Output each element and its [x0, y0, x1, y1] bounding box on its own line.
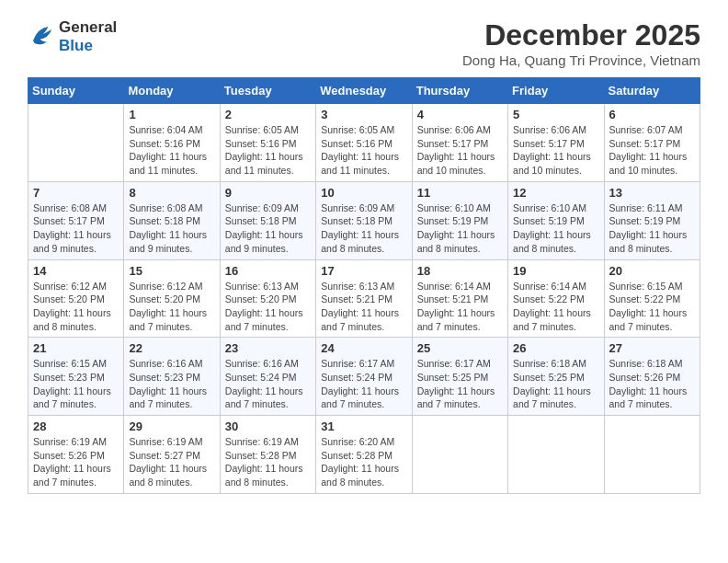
title-block: December 2025 Dong Ha, Quang Tri Provinc… [462, 18, 700, 68]
day-info: Sunrise: 6:17 AMSunset: 5:25 PMDaylight:… [417, 357, 503, 411]
calendar-title: December 2025 [462, 18, 700, 52]
week-row-4: 21Sunrise: 6:15 AMSunset: 5:23 PMDayligh… [28, 338, 700, 416]
day-info: Sunrise: 6:15 AMSunset: 5:22 PMDaylight:… [609, 280, 695, 334]
day-cell: 27Sunrise: 6:18 AMSunset: 5:26 PMDayligh… [604, 338, 700, 416]
day-number: 18 [417, 264, 503, 278]
day-info: Sunrise: 6:06 AMSunset: 5:17 PMDaylight:… [513, 123, 598, 178]
day-cell: 21Sunrise: 6:15 AMSunset: 5:23 PMDayligh… [28, 338, 124, 416]
day-number: 25 [417, 341, 503, 355]
day-number: 16 [225, 264, 311, 278]
day-cell: 26Sunrise: 6:18 AMSunset: 5:25 PMDayligh… [508, 338, 604, 416]
day-cell: 16Sunrise: 6:13 AMSunset: 5:20 PMDayligh… [220, 259, 315, 338]
day-number: 6 [609, 108, 695, 121]
day-cell: 13Sunrise: 6:11 AMSunset: 5:19 PMDayligh… [604, 181, 700, 259]
day-cell: 1Sunrise: 6:04 AMSunset: 5:16 PMDaylight… [124, 104, 220, 182]
col-header-thursday: Thursday [412, 78, 507, 104]
day-number: 24 [321, 341, 406, 355]
day-cell: 8Sunrise: 6:08 AMSunset: 5:18 PMDaylight… [124, 181, 220, 259]
day-info: Sunrise: 6:09 AMSunset: 5:18 PMDaylight:… [225, 201, 311, 256]
day-number: 27 [609, 341, 695, 355]
day-cell: 3Sunrise: 6:05 AMSunset: 5:16 PMDaylight… [316, 104, 412, 182]
col-header-friday: Friday [508, 78, 604, 104]
col-header-sunday: Sunday [28, 78, 124, 104]
day-info: Sunrise: 6:17 AMSunset: 5:24 PMDaylight:… [321, 357, 406, 411]
day-info: Sunrise: 6:19 AMSunset: 5:26 PMDaylight:… [33, 435, 119, 489]
day-info: Sunrise: 6:10 AMSunset: 5:19 PMDaylight:… [513, 201, 598, 256]
day-cell: 14Sunrise: 6:12 AMSunset: 5:20 PMDayligh… [28, 259, 124, 338]
day-cell: 10Sunrise: 6:09 AMSunset: 5:18 PMDayligh… [316, 181, 412, 259]
day-number: 28 [33, 419, 119, 433]
day-number: 29 [129, 419, 214, 433]
day-info: Sunrise: 6:08 AMSunset: 5:17 PMDaylight:… [33, 201, 119, 256]
day-info: Sunrise: 6:13 AMSunset: 5:20 PMDaylight:… [225, 280, 311, 334]
day-cell [28, 104, 124, 182]
day-cell: 22Sunrise: 6:16 AMSunset: 5:23 PMDayligh… [124, 338, 220, 416]
day-cell [412, 416, 507, 494]
day-info: Sunrise: 6:20 AMSunset: 5:28 PMDaylight:… [321, 435, 406, 489]
day-info: Sunrise: 6:09 AMSunset: 5:18 PMDaylight:… [321, 201, 406, 256]
day-info: Sunrise: 6:08 AMSunset: 5:18 PMDaylight:… [129, 201, 214, 256]
day-info: Sunrise: 6:07 AMSunset: 5:17 PMDaylight:… [609, 123, 695, 178]
day-cell: 29Sunrise: 6:19 AMSunset: 5:27 PMDayligh… [124, 416, 220, 494]
day-number: 31 [321, 419, 406, 433]
day-info: Sunrise: 6:05 AMSunset: 5:16 PMDaylight:… [225, 123, 311, 178]
col-header-saturday: Saturday [604, 78, 700, 104]
day-info: Sunrise: 6:10 AMSunset: 5:19 PMDaylight:… [417, 201, 503, 256]
day-info: Sunrise: 6:13 AMSunset: 5:21 PMDaylight:… [321, 280, 406, 334]
day-number: 2 [225, 108, 311, 121]
week-row-1: 1Sunrise: 6:04 AMSunset: 5:16 PMDaylight… [28, 104, 700, 182]
day-info: Sunrise: 6:16 AMSunset: 5:24 PMDaylight:… [225, 357, 311, 411]
col-header-monday: Monday [124, 78, 220, 104]
day-number: 15 [129, 264, 214, 278]
day-number: 26 [513, 341, 598, 355]
day-number: 8 [129, 186, 214, 200]
day-info: Sunrise: 6:16 AMSunset: 5:23 PMDaylight:… [129, 357, 214, 411]
logo-icon [28, 21, 55, 52]
day-number: 12 [513, 186, 598, 200]
day-number: 23 [225, 341, 311, 355]
day-cell: 12Sunrise: 6:10 AMSunset: 5:19 PMDayligh… [508, 181, 604, 259]
day-number: 22 [129, 341, 214, 355]
logo-text: General Blue [59, 18, 117, 55]
week-row-2: 7Sunrise: 6:08 AMSunset: 5:17 PMDaylight… [28, 181, 700, 259]
day-cell: 20Sunrise: 6:15 AMSunset: 5:22 PMDayligh… [604, 259, 700, 338]
day-number: 7 [33, 186, 119, 200]
calendar-subtitle: Dong Ha, Quang Tri Province, Vietnam [462, 52, 700, 68]
day-cell: 28Sunrise: 6:19 AMSunset: 5:26 PMDayligh… [28, 416, 124, 494]
day-cell: 2Sunrise: 6:05 AMSunset: 5:16 PMDaylight… [220, 104, 315, 182]
day-info: Sunrise: 6:18 AMSunset: 5:25 PMDaylight:… [513, 357, 598, 411]
day-cell: 7Sunrise: 6:08 AMSunset: 5:17 PMDaylight… [28, 181, 124, 259]
day-cell: 15Sunrise: 6:12 AMSunset: 5:20 PMDayligh… [124, 259, 220, 338]
day-info: Sunrise: 6:14 AMSunset: 5:21 PMDaylight:… [417, 280, 503, 334]
day-cell: 19Sunrise: 6:14 AMSunset: 5:22 PMDayligh… [508, 259, 604, 338]
day-number: 19 [513, 264, 598, 278]
day-number: 3 [321, 108, 406, 121]
day-info: Sunrise: 6:12 AMSunset: 5:20 PMDaylight:… [129, 280, 214, 334]
day-info: Sunrise: 6:15 AMSunset: 5:23 PMDaylight:… [33, 357, 119, 411]
day-number: 13 [609, 186, 695, 200]
logo: General Blue [28, 18, 117, 55]
day-number: 5 [513, 108, 598, 121]
day-number: 17 [321, 264, 406, 278]
day-cell: 11Sunrise: 6:10 AMSunset: 5:19 PMDayligh… [412, 181, 507, 259]
day-cell: 31Sunrise: 6:20 AMSunset: 5:28 PMDayligh… [316, 416, 412, 494]
day-number: 14 [33, 264, 119, 278]
day-info: Sunrise: 6:04 AMSunset: 5:16 PMDaylight:… [129, 123, 214, 178]
col-header-tuesday: Tuesday [220, 78, 315, 104]
calendar-table: SundayMondayTuesdayWednesdayThursdayFrid… [28, 77, 700, 494]
day-info: Sunrise: 6:06 AMSunset: 5:17 PMDaylight:… [417, 123, 503, 178]
day-number: 10 [321, 186, 406, 200]
day-cell [508, 416, 604, 494]
day-number: 4 [417, 108, 503, 121]
day-cell: 23Sunrise: 6:16 AMSunset: 5:24 PMDayligh… [220, 338, 315, 416]
page-header: General Blue December 2025 Dong Ha, Quan… [28, 18, 700, 68]
day-cell: 5Sunrise: 6:06 AMSunset: 5:17 PMDaylight… [508, 104, 604, 182]
day-number: 20 [609, 264, 695, 278]
day-cell: 24Sunrise: 6:17 AMSunset: 5:24 PMDayligh… [316, 338, 412, 416]
day-cell: 18Sunrise: 6:14 AMSunset: 5:21 PMDayligh… [412, 259, 507, 338]
col-header-wednesday: Wednesday [316, 78, 412, 104]
day-number: 9 [225, 186, 311, 200]
day-number: 1 [129, 108, 214, 121]
day-info: Sunrise: 6:12 AMSunset: 5:20 PMDaylight:… [33, 280, 119, 334]
week-row-5: 28Sunrise: 6:19 AMSunset: 5:26 PMDayligh… [28, 416, 700, 494]
